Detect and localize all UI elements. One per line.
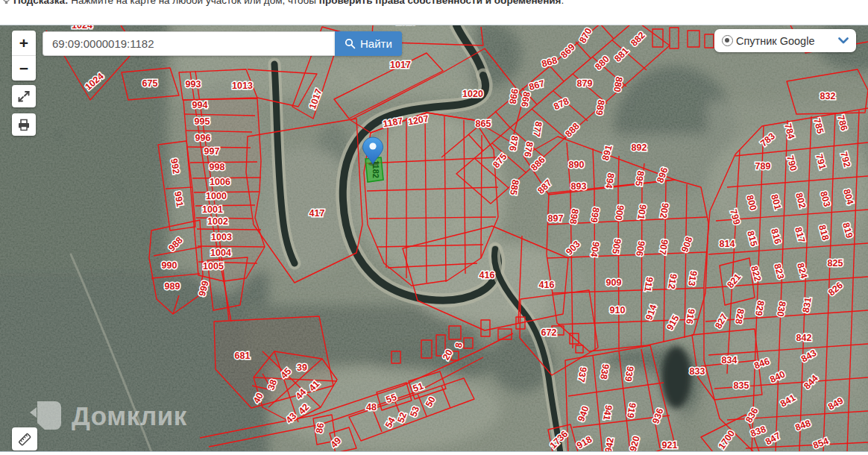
radio-selected-icon [722,35,733,46]
parcel-label-1000[interactable]: 1000 [206,191,227,201]
parcel-label-1024[interactable]: 1024 [72,25,92,31]
parcel-label-909[interactable]: 909 [606,277,622,288]
parcel-label-842[interactable]: 842 [796,333,812,343]
parcel-label-672[interactable]: 672 [541,327,557,338]
parcel-label-1020[interactable]: 1020 [396,25,417,27]
parcel-label-865[interactable]: 865 [476,119,491,129]
parcel-label-879[interactable]: 879 [577,78,593,89]
satellite-map[interactable]: 1182 10241020102467599310139949959969979… [0,25,868,452]
parcel-label-997[interactable]: 997 [204,146,220,157]
parcel-label-1020[interactable]: 1020 [462,89,483,99]
parcel-label-814[interactable]: 814 [720,239,735,249]
parcel-label-892[interactable]: 892 [632,142,647,153]
parcel-label-1017[interactable]: 1017 [390,60,411,70]
parcel-label-1001[interactable]: 1001 [202,204,223,215]
parcel-label-1003[interactable]: 1003 [211,232,232,242]
parcel-label-890[interactable]: 890 [569,160,585,170]
parcel-label-835[interactable]: 835 [734,380,749,391]
parcel-label-48[interactable]: 48 [366,402,377,412]
hint-text: Нажмите на карте на любой участок или до… [69,0,319,6]
parcel-label-998[interactable]: 998 [210,162,225,172]
parcel-label-86[interactable]: 86 [314,422,326,434]
parcel-label-897[interactable]: 897 [548,213,564,224]
ruler-icon [16,431,33,448]
chevron-down-icon [838,37,849,44]
hint-suffix: . [561,0,564,6]
parcel-label-994[interactable]: 994 [192,100,208,110]
print-button[interactable] [12,113,36,136]
zoom-out-button[interactable]: − [12,56,36,81]
search-button-label: Найти [360,37,392,50]
search-icon [345,38,356,49]
search-bar: Найти [43,31,402,56]
parcel-label-1004[interactable]: 1004 [210,248,231,258]
hint-prefix: Подсказка: [13,0,69,6]
parcel-label-675[interactable]: 675 [142,78,158,89]
parcel-label-1013[interactable]: 1013 [232,81,253,91]
zoom-in-button[interactable]: + [12,31,36,55]
parcel-label-995[interactable]: 995 [195,116,210,127]
search-input[interactable] [43,31,335,56]
lightbulb-icon [2,0,10,7]
parcel-label-416[interactable]: 416 [479,270,495,280]
parcel-label-921[interactable]: 921 [662,440,678,451]
hint-bold-text: проверить права собственности и обремене… [319,0,562,6]
parcel-label-832[interactable]: 832 [820,91,836,101]
layer-selector[interactable]: Спутник Google [714,29,856,52]
parcel-label-1005[interactable]: 1005 [203,261,224,272]
parcel-label-1002[interactable]: 1002 [207,216,228,227]
map-canvas[interactable]: 1182 10241020102467599310139949959969979… [0,25,868,452]
parcel-label-417[interactable]: 417 [309,208,325,219]
parcel-label-681[interactable]: 681 [235,351,251,361]
printer-icon [16,117,31,132]
fullscreen-button[interactable] [12,85,36,107]
fullscreen-icon [16,89,31,104]
parcel-label-993[interactable]: 993 [186,79,201,90]
parcel-label-825[interactable]: 825 [828,258,843,269]
parcel-label-833[interactable]: 833 [690,366,705,377]
hint-bar: Подсказка: Нажмите на карте на любой уча… [0,0,868,11]
parcel-label-789[interactable]: 789 [755,161,771,172]
parcel-label-989[interactable]: 989 [165,281,180,292]
parcel-label-990[interactable]: 990 [162,260,177,271]
parcel-label-893[interactable]: 893 [571,181,587,192]
parcel-label-910[interactable]: 910 [610,305,626,316]
parcel-label-996[interactable]: 996 [195,133,211,143]
layer-selector-value: Спутник Google [736,35,838,47]
parcel-label-834[interactable]: 834 [722,355,738,365]
parcel-label-416[interactable]: 416 [539,280,555,290]
measure-button[interactable] [12,427,37,451]
search-button[interactable]: Найти [335,31,402,56]
zoom-control: + − [12,31,36,81]
parcel-label-1006[interactable]: 1006 [210,177,230,187]
parcel-label-39[interactable]: 39 [297,363,307,373]
